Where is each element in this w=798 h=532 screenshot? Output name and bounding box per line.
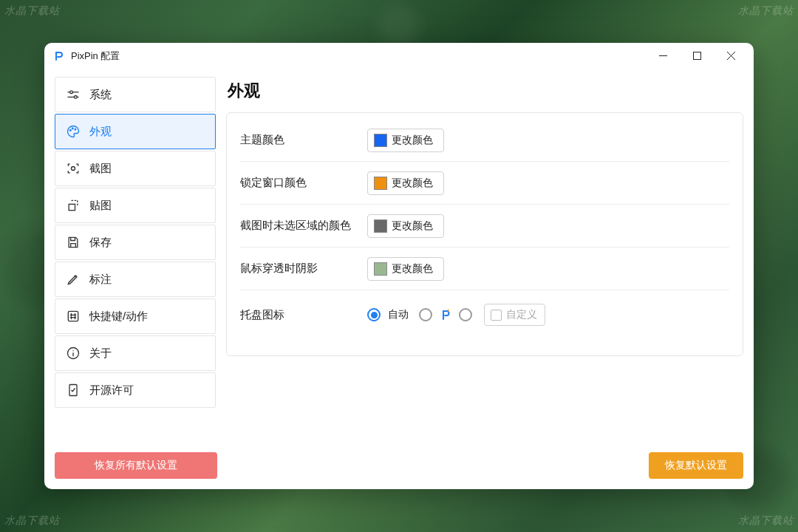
tray-icon-radio-group: 自动 自定义 xyxy=(367,304,545,326)
close-button[interactable] xyxy=(714,44,748,68)
radio-auto-label: 自动 xyxy=(388,308,409,321)
minimize-button[interactable] xyxy=(646,44,680,68)
settings-panel: 主题颜色 更改颜色 锁定窗口颜色 更改颜色 截图时未选区域的颜色 xyxy=(226,112,743,356)
info-icon xyxy=(66,346,81,361)
custom-icon-picker[interactable]: 自定义 xyxy=(484,304,545,326)
row-tray-icon: 托盘图标 自动 自定义 xyxy=(240,290,729,339)
color-swatch xyxy=(374,219,387,233)
button-label: 更改颜色 xyxy=(392,177,433,190)
label-theme-color: 主题颜色 xyxy=(240,133,367,147)
sidebar-item-save[interactable]: 保存 xyxy=(55,225,216,260)
sidebar-item-label: 系统 xyxy=(89,88,112,102)
change-theme-color-button[interactable]: 更改颜色 xyxy=(367,129,444,152)
color-swatch xyxy=(374,134,387,147)
radio-custom[interactable] xyxy=(459,308,472,321)
sidebar-item-label: 快捷键/动作 xyxy=(89,310,148,324)
capture-icon xyxy=(66,161,81,176)
pin-image-icon xyxy=(66,198,81,213)
sidebar-item-about[interactable]: 关于 xyxy=(55,335,216,371)
sidebar-item-license[interactable]: 开源许可 xyxy=(55,372,216,408)
sidebar: 系统 外观 截图 贴图 xyxy=(55,77,216,479)
svg-point-7 xyxy=(75,96,78,99)
page-heading: 外观 xyxy=(228,80,743,102)
sidebar-item-pin[interactable]: 贴图 xyxy=(55,188,216,223)
watermark: 水晶下载站 xyxy=(4,4,60,18)
footer: 恢复所有默认设置 恢复默认设置 xyxy=(55,452,743,479)
change-mouse-through-shadow-button[interactable]: 更改颜色 xyxy=(367,257,444,281)
svg-point-10 xyxy=(75,129,76,130)
sidebar-item-label: 开源许可 xyxy=(89,383,134,398)
row-lock-window-color: 锁定窗口颜色 更改颜色 xyxy=(240,162,729,205)
sidebar-item-label: 关于 xyxy=(89,347,112,361)
row-unselected-area-color: 截图时未选区域的颜色 更改颜色 xyxy=(240,205,729,248)
watermark: 水晶下载站 xyxy=(738,4,794,18)
svg-rect-12 xyxy=(69,204,75,210)
svg-point-8 xyxy=(69,130,71,132)
button-label: 更改颜色 xyxy=(392,219,433,233)
sidebar-item-shortcuts[interactable]: 快捷键/动作 xyxy=(55,299,216,334)
custom-label: 自定义 xyxy=(506,308,537,321)
window-title: PixPin 配置 xyxy=(71,50,120,63)
label-mouse-through-shadow: 鼠标穿透时阴影 xyxy=(240,262,367,276)
hash-icon xyxy=(66,309,81,324)
sliders-icon xyxy=(66,87,81,102)
svg-rect-1 xyxy=(693,52,700,60)
titlebar: PixPin 配置 xyxy=(44,43,754,69)
watermark: 水晶下载站 xyxy=(4,514,60,528)
window-controls xyxy=(646,44,748,68)
row-mouse-through-shadow: 鼠标穿透时阴影 更改颜色 xyxy=(240,248,729,290)
svg-point-11 xyxy=(72,167,75,171)
change-unselected-area-color-button[interactable]: 更改颜色 xyxy=(367,214,444,238)
sidebar-item-label: 贴图 xyxy=(89,199,112,213)
svg-rect-13 xyxy=(68,311,78,321)
maximize-button[interactable] xyxy=(680,44,714,68)
checkbox-icon xyxy=(491,310,502,321)
main-content: 外观 主题颜色 更改颜色 锁定窗口颜色 更改颜色 xyxy=(226,77,743,479)
sidebar-item-label: 截图 xyxy=(89,162,112,176)
restore-defaults-button[interactable]: 恢复默认设置 xyxy=(649,452,743,479)
color-swatch xyxy=(374,177,387,190)
label-unselected-area-color: 截图时未选区域的颜色 xyxy=(240,219,367,233)
color-swatch xyxy=(374,262,387,276)
button-label: 更改颜色 xyxy=(392,262,433,276)
button-label: 更改颜色 xyxy=(392,134,433,147)
settings-window: PixPin 配置 系统 xyxy=(44,43,754,489)
row-theme-color: 主题颜色 更改颜色 xyxy=(240,119,729,162)
pencil-icon xyxy=(66,272,81,287)
sidebar-item-label: 标注 xyxy=(89,273,112,287)
sidebar-item-label: 保存 xyxy=(89,236,112,250)
radio-p-icon[interactable] xyxy=(419,308,432,321)
svg-point-6 xyxy=(70,91,73,94)
watermark: 水晶下载站 xyxy=(738,514,794,528)
radio-auto[interactable] xyxy=(367,308,381,321)
license-icon xyxy=(66,383,81,398)
change-lock-window-color-button[interactable]: 更改颜色 xyxy=(367,171,444,195)
p-logo-icon xyxy=(440,309,451,321)
label-lock-window-color: 锁定窗口颜色 xyxy=(240,176,367,190)
sidebar-item-appearance[interactable]: 外观 xyxy=(55,114,216,149)
palette-icon xyxy=(66,124,81,139)
sidebar-item-system[interactable]: 系统 xyxy=(55,77,216,112)
save-icon xyxy=(66,235,81,250)
sidebar-item-label: 外观 xyxy=(89,125,112,139)
svg-point-20 xyxy=(72,350,73,351)
sidebar-item-annotate[interactable]: 标注 xyxy=(55,262,216,297)
restore-all-defaults-button[interactable]: 恢复所有默认设置 xyxy=(55,452,217,479)
svg-point-9 xyxy=(72,128,73,129)
sidebar-item-screenshot[interactable]: 截图 xyxy=(55,151,216,186)
label-tray-icon: 托盘图标 xyxy=(240,308,367,322)
app-icon xyxy=(53,50,65,62)
